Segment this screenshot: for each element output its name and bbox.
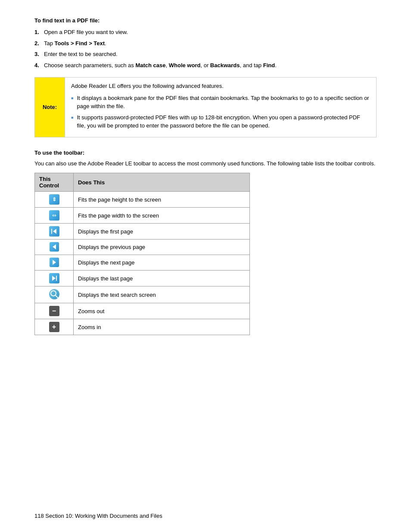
icon-cell-first-page <box>35 224 74 240</box>
find-text-section: To find text in a PDF file: 1. Open a PD… <box>34 17 377 69</box>
icon-cell-prev-page <box>35 240 74 255</box>
step-3-num: 3. <box>34 50 44 59</box>
toolbar-section: To use the toolbar: You can also use the… <box>34 149 377 336</box>
table-row: Displays the text search screen <box>35 286 250 303</box>
table-row: Displays the first page <box>35 224 250 240</box>
note-content: Adobe Reader LE offers you the following… <box>65 78 376 137</box>
note-label: Note: <box>35 78 65 137</box>
svg-marker-5 <box>53 260 56 265</box>
icon-cell-last-page <box>35 271 74 286</box>
note-bullets: It displays a bookmark pane for the PDF … <box>71 94 370 130</box>
description-first-page: Displays the first page <box>74 224 250 240</box>
svg-point-8 <box>51 291 56 296</box>
icon-cell-fit-height: ⇕ <box>35 192 74 208</box>
svg-line-9 <box>56 296 58 298</box>
step-2-text: Tap Tools > Find > Text. <box>44 39 106 48</box>
step-1-text: Open a PDF file you want to view. <box>44 28 128 37</box>
footer-text: 118 Section 10: Working With Documents a… <box>34 513 162 519</box>
description-fit-width: Fits the page width to the screen <box>74 208 250 224</box>
table-row: Displays the last page <box>35 271 250 286</box>
table-row: ⇔ Fits the page width to the screen <box>35 208 250 224</box>
table-row: − Zooms out <box>35 303 250 319</box>
description-zoom-in: Zooms in <box>74 319 250 335</box>
svg-marker-3 <box>53 229 56 234</box>
col-header-control: This Control <box>35 173 74 192</box>
note-bullet-1: It displays a bookmark pane for the PDF … <box>71 94 370 111</box>
first-page-icon <box>49 226 59 236</box>
icon-cell-fit-width: ⇔ <box>35 208 74 224</box>
svg-rect-7 <box>56 276 57 281</box>
svg-rect-2 <box>51 229 52 234</box>
description-fit-height: Fits the page height to the screen <box>74 192 250 208</box>
note-intro: Adobe Reader LE offers you the following… <box>71 82 370 90</box>
note-bullet-2: It supports password-protected PDF files… <box>71 113 370 130</box>
svg-marker-6 <box>52 276 56 281</box>
step-3-text: Enter the text to be searched. <box>44 50 118 59</box>
svg-marker-4 <box>53 244 56 249</box>
step-4: 4. Choose search parameters, such as Mat… <box>34 61 377 70</box>
icon-cell-zoom-in: + <box>35 319 74 335</box>
fit-height-icon: ⇕ <box>49 194 59 205</box>
step-3: 3. Enter the text to be searched. <box>34 50 377 59</box>
step-2: 2. Tap Tools > Find > Text. <box>34 39 377 48</box>
table-row: + Zooms in <box>35 319 250 335</box>
search-icon <box>49 289 59 299</box>
step-1-num: 1. <box>34 28 44 37</box>
zoom-out-icon: − <box>49 306 59 316</box>
fit-width-icon: ⇔ <box>49 210 59 221</box>
step-4-text: Choose search parameters, such as Match … <box>44 61 277 70</box>
find-text-heading: To find text in a PDF file: <box>34 17 377 24</box>
last-page-icon <box>49 273 59 283</box>
step-1: 1. Open a PDF file you want to view. <box>34 28 377 37</box>
icon-cell-zoom-out: − <box>35 303 74 319</box>
table-row: Displays the previous page <box>35 240 250 255</box>
note-box: Note: Adobe Reader LE offers you the fol… <box>34 77 377 137</box>
steps-list: 1. Open a PDF file you want to view. 2. … <box>34 28 377 69</box>
zoom-in-icon: + <box>49 322 59 332</box>
step-4-num: 4. <box>34 61 44 70</box>
col-header-does: Does This <box>74 173 250 192</box>
svg-text:⇕: ⇕ <box>52 196 56 202</box>
step-2-num: 2. <box>34 39 44 48</box>
description-search: Displays the text search screen <box>74 286 250 303</box>
next-page-icon <box>50 258 59 267</box>
icon-cell-next-page <box>35 255 74 271</box>
toolbar-heading: To use the toolbar: <box>34 149 377 156</box>
description-last-page: Displays the last page <box>74 271 250 286</box>
table-row: Displays the next page <box>35 255 250 271</box>
table-header-row: This Control Does This <box>35 173 250 192</box>
table-row: ⇕ Fits the page height to the screen <box>35 192 250 208</box>
description-zoom-out: Zooms out <box>74 303 250 319</box>
svg-text:⇔: ⇔ <box>52 212 56 218</box>
toolbar-intro: You can also use the Adobe Reader LE too… <box>34 159 377 168</box>
prev-page-icon <box>50 242 59 252</box>
description-prev-page: Displays the previous page <box>74 240 250 255</box>
page-footer: 118 Section 10: Working With Documents a… <box>34 513 162 519</box>
icon-cell-search <box>35 286 74 303</box>
description-next-page: Displays the next page <box>74 255 250 271</box>
toolbar-table: This Control Does This ⇕ Fits the page h… <box>34 173 250 335</box>
